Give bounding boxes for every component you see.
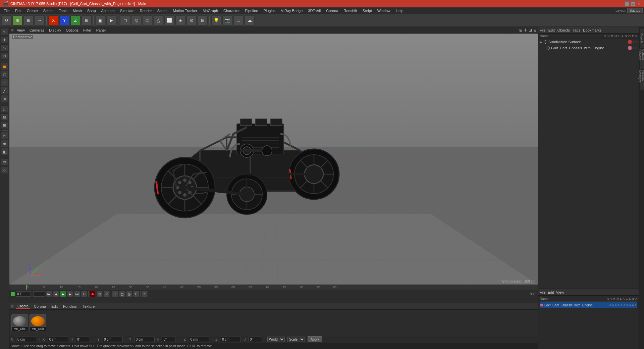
vp-menu-panel[interactable]: Panel <box>95 28 107 32</box>
menu-3dtoall[interactable]: 3DToAll <box>306 8 323 13</box>
tree-item-golfcart[interactable]: ⬡ Golf_Cart_Chassis_with_Engine ✓ × <box>538 45 639 51</box>
menu-tools[interactable]: Tools <box>56 8 70 13</box>
y-pos-input[interactable] <box>103 337 123 342</box>
vp-menu-cameras[interactable]: Cameras <box>28 28 46 32</box>
far-right-tab-content-browser[interactable]: Content Browser <box>639 49 644 69</box>
b-input[interactable] <box>249 337 262 342</box>
preview-render[interactable]: P <box>133 291 139 297</box>
tab-function[interactable]: Function <box>62 304 78 309</box>
obj-tab-bookmarks[interactable]: Bookmarks <box>583 28 601 32</box>
vp-icon-2[interactable]: ✛ <box>524 28 527 33</box>
tube-tool[interactable]: ⊟ <box>198 15 208 26</box>
lt-bevel[interactable]: ◧ <box>1 148 8 155</box>
prev-keyframe[interactable]: ◀ <box>53 291 59 297</box>
render-active-view[interactable]: ▶ <box>106 15 116 26</box>
undo-button[interactable]: ↺ <box>1 15 11 26</box>
vp-icon-4[interactable]: ⊟ <box>533 28 537 33</box>
obj-tab-objects[interactable]: Objects <box>557 28 570 32</box>
move-tool[interactable]: ↔ <box>35 15 45 26</box>
menu-script[interactable]: Script <box>360 8 374 13</box>
attr-icon-g[interactable]: ○ <box>626 303 628 307</box>
motion-clip[interactable]: ✛ <box>112 291 118 297</box>
menu-corona[interactable]: Corona <box>324 8 340 13</box>
play-forward[interactable]: ▶ <box>60 291 66 297</box>
parent-object-button[interactable]: ⊞ <box>23 15 34 26</box>
transform-type-select[interactable]: Scale Move Rotate <box>287 337 305 342</box>
vp-icon-3[interactable]: ⊡ <box>529 28 532 33</box>
attr-icon-a[interactable]: ○ <box>624 303 625 307</box>
loop-toggle[interactable]: ↻ <box>81 291 87 297</box>
expand-icon-1[interactable]: ▶ <box>540 40 542 44</box>
maximize-button[interactable]: □ <box>631 1 635 6</box>
lt-scale[interactable]: ⤡ <box>1 44 8 52</box>
camera-tool[interactable]: 📷 <box>222 15 232 26</box>
coord-type-select[interactable]: World Object Parent <box>267 337 285 342</box>
mat-panel-icon[interactable]: ⊞ <box>11 304 13 308</box>
viewport-canvas[interactable]: Perspective Grid Spacing : 100 cm Y X Z <box>9 34 538 285</box>
attr-icon-v[interactable]: ○ <box>612 303 614 307</box>
vp-menu-filter[interactable]: Filter <box>82 28 93 32</box>
menu-snap[interactable]: Snap <box>85 8 98 13</box>
x2-pos-input[interactable] <box>48 337 68 342</box>
light-tool[interactable]: 💡 <box>211 15 221 26</box>
obj-flag-2[interactable]: × <box>636 40 637 44</box>
attr-icon-s[interactable]: ○ <box>609 303 611 307</box>
mode-y[interactable]: Y <box>59 15 69 26</box>
cylinder-tool[interactable]: ⬭ <box>142 15 152 26</box>
tab-corona[interactable]: Corona <box>33 304 47 309</box>
title-bar-controls[interactable]: ─ □ ✕ <box>625 1 641 6</box>
p-input[interactable] <box>162 337 175 342</box>
keyframe-settings[interactable]: ? <box>104 291 110 297</box>
lt-model-mode[interactable]: ◼ <box>1 63 8 70</box>
plane-tool[interactable]: ⬜ <box>164 15 174 26</box>
attr-icon-e[interactable]: ○ <box>632 303 634 307</box>
tree-item-subdivision[interactable]: ▶ ⬡ Subdivision Surface ✓ × <box>538 39 639 45</box>
far-right-tab-objects[interactable]: Objects <box>639 28 644 48</box>
attr-icon-r[interactable]: ○ <box>615 303 617 307</box>
lt-sculpt[interactable]: ✿ <box>1 158 8 166</box>
lt-mesh-mode[interactable]: ⬡ <box>1 71 8 78</box>
lt-rotate[interactable]: ↻ <box>1 52 8 60</box>
lt-loop-cut[interactable]: ⊕ <box>1 140 8 147</box>
sphere-tool[interactable]: ◎ <box>131 15 141 26</box>
attr-tab-file[interactable]: File <box>540 290 546 294</box>
lt-knife[interactable]: ✂ <box>1 132 8 139</box>
menu-file[interactable]: File <box>1 8 12 13</box>
x-pos-input[interactable] <box>16 337 36 342</box>
attr-row-selected[interactable]: Golf_Cart_Chassis_with_Engine ○ ○ ○ ○ ○ … <box>540 302 637 308</box>
menu-animate[interactable]: Animate <box>99 8 117 13</box>
lt-rect-select[interactable]: ⊞ <box>1 121 8 129</box>
menu-simulate[interactable]: Simulate <box>118 8 137 13</box>
layout-selector[interactable]: Startup <box>627 8 643 13</box>
menu-help[interactable]: Help <box>393 8 406 13</box>
new-object-button[interactable]: ⊕ <box>12 15 22 26</box>
z2-pos-input[interactable] <box>221 337 241 342</box>
menu-render[interactable]: Render <box>138 8 154 13</box>
apply-button[interactable]: Apply <box>308 336 322 342</box>
tab-edit[interactable]: Edit <box>50 304 59 309</box>
attr-tab-view[interactable]: View <box>556 290 564 294</box>
lt-point-mode[interactable]: · <box>1 79 8 86</box>
next-keyframe[interactable]: ▶ <box>67 291 73 297</box>
obj-flag-1[interactable]: ✓ <box>632 40 635 44</box>
render-region[interactable]: ▣ <box>95 15 105 26</box>
obj-flag-3[interactable]: ✓ <box>632 46 635 50</box>
y2-pos-input[interactable] <box>135 337 155 342</box>
tab-texture[interactable]: Texture <box>81 304 96 309</box>
material-thumb-vr-salo[interactable]: VR_Salo <box>30 314 46 331</box>
disc-tool[interactable]: ⊙ <box>186 15 197 26</box>
mode-z[interactable]: Z <box>70 15 80 26</box>
mode-x[interactable]: X <box>48 15 58 26</box>
vp-menu-view[interactable]: View <box>15 28 26 32</box>
menu-character[interactable]: Character <box>221 8 242 13</box>
menu-redshift[interactable]: Redshift <box>341 8 359 13</box>
minimize-button[interactable]: ─ <box>625 1 629 6</box>
sky-tool[interactable]: ☁ <box>245 15 255 26</box>
lt-live-select[interactable]: ⊡ <box>1 113 8 121</box>
menu-create[interactable]: Create <box>24 8 40 13</box>
vp-icon-1[interactable]: ⊞ <box>519 28 523 33</box>
menu-pipeline[interactable]: Pipeline <box>243 8 260 13</box>
menu-motion-tracker[interactable]: Motion Tracker <box>170 8 200 13</box>
menu-plugins[interactable]: Plugins <box>261 8 278 13</box>
h-input[interactable] <box>76 337 89 342</box>
